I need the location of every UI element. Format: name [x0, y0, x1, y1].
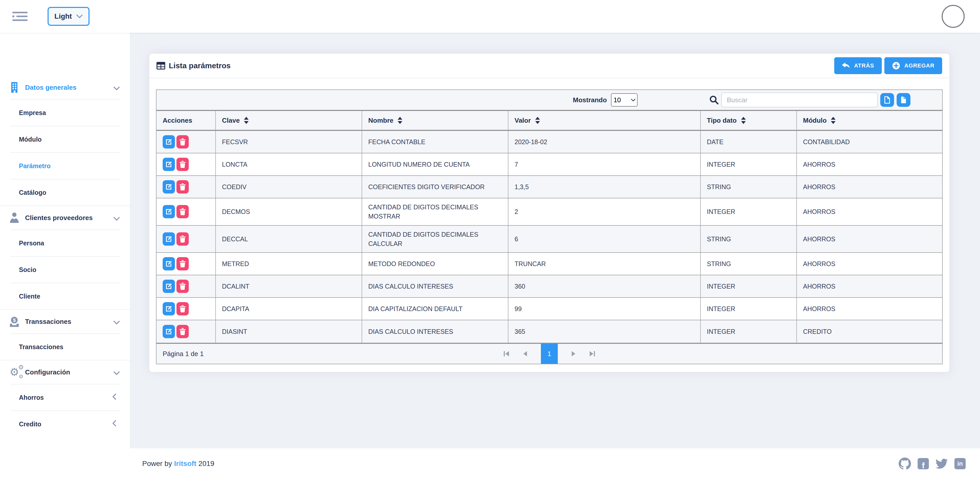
edit-button[interactable]: [163, 158, 175, 171]
delete-button[interactable]: [177, 205, 189, 218]
sort-icon: [398, 117, 402, 124]
delete-button[interactable]: [177, 232, 189, 246]
social-links: f in: [899, 458, 966, 470]
delete-button[interactable]: [177, 302, 189, 316]
sidebar-items: Empresa Módulo Parámetro Catálogo: [10, 99, 120, 206]
delete-button[interactable]: [177, 280, 189, 293]
linkedin-icon[interactable]: in: [955, 458, 966, 469]
search-input[interactable]: [721, 92, 878, 107]
chevron-down-icon: [113, 317, 120, 327]
column-header-clave[interactable]: Clave: [215, 111, 362, 130]
footer-brand-link[interactable]: Iritsoft: [174, 460, 196, 468]
cell-modulo: AHORROS: [796, 298, 942, 320]
theme-label: Light: [54, 12, 72, 21]
sidebar-item-modulo[interactable]: Módulo: [10, 126, 120, 152]
table-controls: Mostrando 10: [156, 90, 942, 110]
card-body: Mostrando 10: [150, 78, 949, 372]
cell-tipo: STRING: [700, 176, 796, 198]
cell-clave: DECMOS: [215, 198, 362, 225]
cell-tipo: INTEGER: [700, 153, 796, 175]
cell-modulo: AHORROS: [796, 153, 942, 175]
page-info-label: Página 1 de 1: [156, 350, 204, 358]
edit-button[interactable]: [163, 302, 175, 316]
back-button[interactable]: ATRÁS: [834, 57, 882, 74]
sidebar-item-parametro[interactable]: Parámetro: [10, 152, 120, 179]
delete-button[interactable]: [177, 257, 189, 270]
first-page-button[interactable]: [503, 351, 510, 357]
edit-icon: [165, 184, 172, 190]
edit-icon: [165, 236, 172, 242]
chevron-left-icon: [113, 420, 116, 428]
delete-button[interactable]: [177, 135, 189, 149]
column-header-label: Valor: [515, 117, 531, 124]
sidebar-item-cliente[interactable]: Cliente: [10, 283, 120, 309]
card-header: Lista parámetros ATRÁS AGREGAR: [150, 54, 949, 78]
previous-page-button[interactable]: [522, 351, 529, 357]
current-page-button[interactable]: 1: [541, 344, 558, 364]
edit-button[interactable]: [163, 325, 175, 338]
export-file-solid-button[interactable]: [897, 93, 910, 107]
edit-icon: [165, 138, 172, 145]
table-row: DCAPITA DIA CAPITALIZACION DEFAULT 99 IN…: [156, 298, 942, 320]
theme-select[interactable]: Light: [48, 7, 89, 26]
sidebar-group-transsaciones[interactable]: $ Transsaciones: [0, 310, 130, 333]
column-header-valor[interactable]: Valor: [508, 111, 700, 130]
avatar[interactable]: [942, 5, 965, 28]
table-row: DECMOS CANTIDAD DE DIGITOS DECIMALES MOS…: [156, 198, 942, 226]
edit-button[interactable]: [163, 135, 175, 149]
sidebar-item-label: Módulo: [19, 136, 42, 143]
column-header-modulo[interactable]: Módulo: [796, 111, 942, 130]
sidebar-item-credito[interactable]: Credito: [10, 411, 120, 437]
cell-clave: COEDIV: [215, 176, 362, 198]
sidebar-group-datos-generales[interactable]: Datos generales: [0, 76, 130, 99]
cell-modulo: AHORROS: [796, 198, 942, 225]
delete-button[interactable]: [177, 180, 189, 194]
cell-modulo: CONTABILIDAD: [796, 131, 942, 153]
column-header-acciones: Acciones: [156, 111, 215, 130]
menu-icon[interactable]: [12, 10, 28, 23]
cell-nombre: CANTIDAD DE DIGITOS DECIMALES CALCULAR: [362, 226, 508, 252]
facebook-icon[interactable]: f: [918, 458, 929, 469]
search-icon: [710, 95, 719, 105]
sidebar-item-label: Credito: [19, 420, 41, 428]
gears-icon: ⚙⚙⚙: [8, 367, 21, 377]
edit-button[interactable]: [163, 280, 175, 293]
sort-icon: [741, 117, 746, 124]
actions-cell: [156, 176, 215, 198]
trash-icon: [180, 138, 186, 146]
page-size-select[interactable]: 10: [611, 93, 638, 106]
sidebar-item-socio[interactable]: Socio: [10, 256, 120, 283]
cell-tipo: INTEGER: [700, 320, 796, 343]
cell-modulo: CREDITO: [796, 320, 942, 343]
next-page-button[interactable]: [570, 351, 577, 357]
cell-valor: 360: [508, 275, 700, 297]
delete-button[interactable]: [177, 158, 189, 171]
sidebar-item-transacciones[interactable]: Transacciones: [10, 333, 120, 360]
edit-button[interactable]: [163, 180, 175, 194]
trash-icon: [180, 328, 186, 335]
sidebar-item-persona[interactable]: Persona: [10, 230, 120, 256]
export-file-outline-button[interactable]: [880, 93, 894, 107]
github-icon[interactable]: [899, 458, 911, 470]
actions-cell: [156, 153, 215, 175]
edit-icon: [165, 260, 172, 267]
add-button[interactable]: AGREGAR: [885, 57, 942, 74]
sidebar-group-configuracion[interactable]: ⚙⚙⚙ Configuración: [0, 360, 130, 384]
sidebar-group-clientes-proveedores[interactable]: Clientes proveedores: [0, 206, 130, 230]
column-header-tipo-dato[interactable]: Tipo dato: [700, 111, 796, 130]
column-header-nombre[interactable]: Nombre: [362, 111, 508, 130]
twitter-icon[interactable]: [935, 458, 948, 470]
sidebar-item-empresa[interactable]: Empresa: [10, 99, 120, 126]
edit-button[interactable]: [163, 232, 175, 246]
edit-button[interactable]: [163, 257, 175, 270]
cell-nombre: DIAS CALCULO INTERESES: [362, 275, 508, 297]
delete-button[interactable]: [177, 325, 189, 338]
edit-button[interactable]: [163, 205, 175, 218]
column-header-label: Nombre: [368, 117, 393, 124]
sidebar-item-catalogo[interactable]: Catálogo: [10, 179, 120, 206]
sidebar-item-ahorros[interactable]: Ahorros: [10, 384, 120, 411]
table-row: COEDIV COEFICIENTES DIGITO VERIFICADOR 1…: [156, 176, 942, 198]
last-page-button[interactable]: [589, 351, 596, 357]
table-row: METRED METODO REDONDEO TRUNCAR STRING AH…: [156, 253, 942, 275]
edit-icon: [165, 283, 172, 290]
